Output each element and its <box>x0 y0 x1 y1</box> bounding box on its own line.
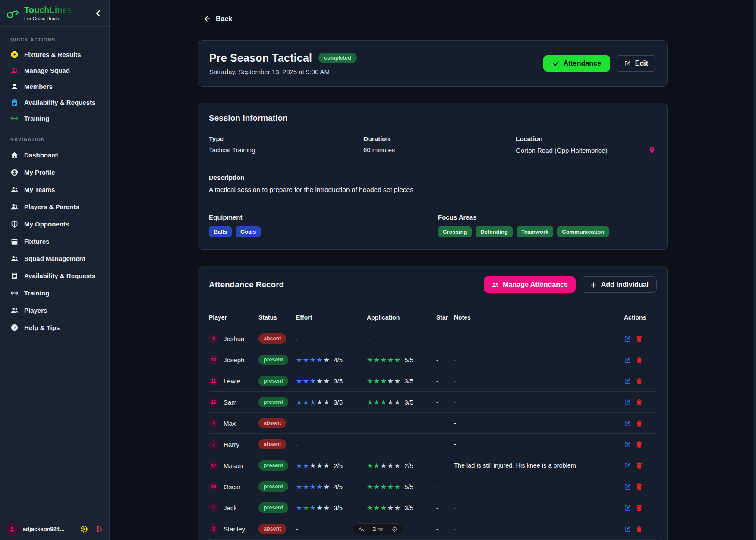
map-pin-icon[interactable] <box>648 146 656 154</box>
table-row: 1 Jack present ★★★★★3/5 ★★★★★3/5 - - <box>209 497 657 518</box>
tag-badge: Balls <box>209 226 232 237</box>
type-label: Type <box>209 135 363 142</box>
star-cell: - <box>436 441 454 448</box>
table-row: 3 Stanley absent - - - - <box>209 518 657 540</box>
edit-button-label: Edit <box>635 60 648 67</box>
table-row: 4 Max absent - - - - <box>209 413 657 434</box>
row-delete-button[interactable] <box>636 525 643 533</box>
table-row: 7 Harry absent - - - - <box>209 434 657 455</box>
sidebar-item-players-parents[interactable]: Players & Parents <box>0 198 109 215</box>
row-delete-button[interactable] <box>636 356 643 364</box>
jersey-number-badge: 17 <box>209 461 218 470</box>
logout-icon[interactable] <box>95 525 104 533</box>
sidebar-item-label: My Profile <box>24 169 55 176</box>
sidebar-item-my-opponents[interactable]: My Opponents <box>0 215 109 232</box>
sidebar-item-members[interactable]: Members <box>0 78 109 94</box>
effort-cell: - <box>296 441 367 448</box>
sidebar-item-players[interactable]: Players <box>0 301 109 319</box>
users-icon <box>10 203 19 211</box>
latency-readout: 3 ms <box>373 526 383 532</box>
table-header: Player Status Effort Application Star No… <box>209 314 657 328</box>
row-delete-button[interactable] <box>636 483 643 490</box>
row-edit-button[interactable] <box>624 377 631 385</box>
status-cell: absent <box>258 333 296 344</box>
user-bar: adjackson924... <box>0 518 109 540</box>
actions-cell <box>624 399 657 406</box>
sidebar-item-label: Availability & Requests <box>24 272 95 279</box>
row-edit-button[interactable] <box>624 335 631 342</box>
star-rating: ★★★★★ <box>367 462 401 470</box>
sidebar-item-label: Fixtures <box>24 238 49 245</box>
sidebar-collapse-button[interactable] <box>94 9 103 18</box>
status-cell: absent <box>258 524 296 534</box>
sidebar-item-my-profile[interactable]: My Profile <box>0 163 109 181</box>
row-delete-button[interactable] <box>636 420 643 427</box>
star-rating: ★★★★★ <box>367 377 401 385</box>
location-label: Location <box>516 135 657 142</box>
scrollbar[interactable] <box>753 0 756 540</box>
sidebar-item-training[interactable]: Training <box>0 110 109 126</box>
jersey-number-badge: 7 <box>209 440 218 449</box>
star-cell: - <box>436 504 454 512</box>
star-cell: - <box>436 377 454 385</box>
star-rating: ★★★★★ <box>296 356 330 364</box>
add-individual-label: Add Individual <box>601 281 649 289</box>
back-button[interactable]: Back <box>203 0 242 23</box>
clipboard-icon <box>10 98 19 107</box>
sidebar-item-dashboard[interactable]: Dashboard <box>0 146 109 163</box>
sidebar-item-squad-management[interactable]: Squad Management <box>0 250 109 267</box>
row-edit-button[interactable] <box>624 504 631 512</box>
sidebar-item-manage-squad[interactable]: Manage Squad <box>0 63 109 78</box>
col-notes: Notes <box>454 314 624 321</box>
edit-button[interactable]: Edit <box>616 55 656 72</box>
row-edit-button[interactable] <box>624 399 631 406</box>
player-cell: 17 Mason <box>209 461 258 470</box>
manage-attendance-label: Manage Attendance <box>503 281 568 289</box>
row-delete-button[interactable] <box>636 377 643 385</box>
row-delete-button[interactable] <box>636 441 643 448</box>
notes-cell: - <box>454 399 624 405</box>
table-row: 10 Joseph present ★★★★★4/5 ★★★★★5/5 - - <box>209 349 657 370</box>
row-delete-button[interactable] <box>636 335 643 342</box>
add-individual-button[interactable]: Add Individual <box>582 276 657 293</box>
main-area: Back Pre Season Tactical completed Satur… <box>110 0 756 540</box>
notes-cell: - <box>454 420 624 427</box>
player-cell: 18 Oscar <box>209 482 258 491</box>
crosshair-icon[interactable] <box>391 526 398 533</box>
row-edit-button[interactable] <box>624 420 631 427</box>
attendance-button[interactable]: Attendance <box>543 55 610 72</box>
sidebar-item-help-tips[interactable]: ?Help & Tips <box>0 319 109 336</box>
tag-badge: Defending <box>476 226 513 237</box>
quick-actions-label: QUICK ACTIONS <box>10 37 109 42</box>
sidebar-item-my-teams[interactable]: My Teams <box>0 181 109 198</box>
row-edit-button[interactable] <box>624 462 631 469</box>
sidebar-item-fixtures[interactable]: Fixtures <box>0 232 109 250</box>
row-edit-button[interactable] <box>624 356 631 364</box>
manage-attendance-button[interactable]: Manage Attendance <box>484 276 576 293</box>
sidebar-item-label: Help & Tips <box>24 324 60 331</box>
avatar[interactable] <box>6 523 19 536</box>
player-name: Mason <box>224 462 243 469</box>
star-rating: ★★★★★ <box>296 462 330 470</box>
row-edit-button[interactable] <box>624 483 631 490</box>
user-icon <box>10 82 19 91</box>
row-edit-button[interactable] <box>624 525 631 533</box>
sidebar-item-availability-requests[interactable]: Availability & Requests <box>0 267 109 284</box>
jersey-number-badge: 16 <box>209 397 218 407</box>
play-circle-icon <box>10 50 19 59</box>
row-delete-button[interactable] <box>636 504 643 512</box>
type-value: Tactical Training <box>209 146 363 154</box>
mountain-logo-icon[interactable] <box>358 526 365 533</box>
row-delete-button[interactable] <box>636 462 643 469</box>
col-effort: Effort <box>296 314 367 321</box>
row-edit-button[interactable] <box>624 441 631 448</box>
sidebar-item-availability-requests[interactable]: Availability & Requests <box>0 94 109 110</box>
player-cell: 1 Jack <box>209 503 258 512</box>
session-title-block: Pre Season Tactical completed Saturday, … <box>209 52 357 75</box>
sidebar-item-training[interactable]: Training <box>0 284 109 301</box>
clipboard-icon <box>10 272 19 280</box>
sidebar-item-fixtures-results[interactable]: Fixtures & Results <box>0 47 109 63</box>
settings-gear-icon[interactable] <box>80 525 88 534</box>
row-delete-button[interactable] <box>636 399 643 406</box>
status-badge: absent <box>258 439 286 449</box>
